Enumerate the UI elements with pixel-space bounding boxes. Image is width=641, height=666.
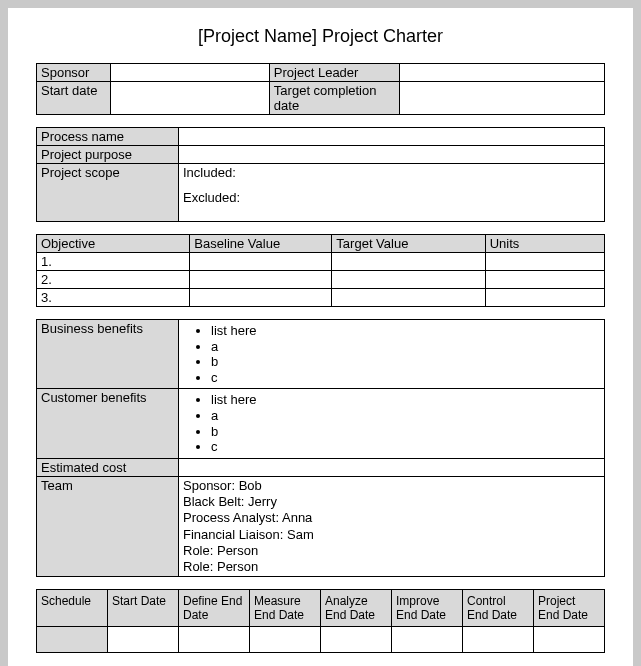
schedule-cell[interactable] [463, 627, 534, 653]
baseline-col: Baseline Value [190, 235, 332, 253]
project-scope-label: Project scope [37, 164, 179, 222]
schedule-cell[interactable] [250, 627, 321, 653]
units-col: Units [485, 235, 604, 253]
target-col: Target Value [332, 235, 485, 253]
schedule-col: Project End Date [534, 590, 605, 627]
objective-units[interactable] [485, 289, 604, 307]
schedule-cell[interactable] [37, 627, 108, 653]
schedule-col: Improve End Date [392, 590, 463, 627]
process-name-label: Process name [37, 128, 179, 146]
estimated-cost-label: Estimated cost [37, 458, 179, 476]
objective-target[interactable] [332, 289, 485, 307]
team-value[interactable]: Sponsor: Bob Black Belt: Jerry Process A… [179, 476, 605, 577]
scope-included-label: Included: [183, 165, 600, 180]
team-line: Role: Person [183, 543, 600, 559]
objective-row: 2. [37, 271, 605, 289]
list-item: list here [211, 392, 600, 408]
objective-baseline[interactable] [190, 253, 332, 271]
sponsor-value[interactable] [110, 64, 269, 82]
schedule-table: Schedule Start Date Define End Date Meas… [36, 589, 605, 653]
list-item: b [211, 424, 600, 440]
schedule-col: Start Date [108, 590, 179, 627]
list-item: list here [211, 323, 600, 339]
list-item: c [211, 439, 600, 455]
target-date-value[interactable] [400, 82, 605, 115]
team-line: Black Belt: Jerry [183, 494, 600, 510]
customer-benefits-label: Customer benefits [37, 389, 179, 458]
list-item: c [211, 370, 600, 386]
estimated-cost-value[interactable] [179, 458, 605, 476]
customer-benefits-value[interactable]: list here a b c [179, 389, 605, 458]
team-line: Role: Person [183, 559, 600, 575]
start-date-label: Start date [37, 82, 111, 115]
business-benefits-label: Business benefits [37, 320, 179, 389]
objective-target[interactable] [332, 253, 485, 271]
process-table: Process name Project purpose Project sco… [36, 127, 605, 222]
business-benefits-list: list here a b c [183, 323, 600, 385]
objective-target[interactable] [332, 271, 485, 289]
objective-units[interactable] [485, 271, 604, 289]
objectives-table: Objective Baseline Value Target Value Un… [36, 234, 605, 307]
objective-units[interactable] [485, 253, 604, 271]
process-name-value[interactable] [179, 128, 605, 146]
team-line: Process Analyst: Anna [183, 510, 600, 526]
objective-baseline[interactable] [190, 289, 332, 307]
header-table: Sponsor Project Leader Start date Target… [36, 63, 605, 115]
project-purpose-label: Project purpose [37, 146, 179, 164]
schedule-cell[interactable] [179, 627, 250, 653]
project-leader-value[interactable] [400, 64, 605, 82]
schedule-col: Measure End Date [250, 590, 321, 627]
objective-num[interactable]: 1. [37, 253, 190, 271]
target-date-label: Target completion date [269, 82, 400, 115]
team-label: Team [37, 476, 179, 577]
objective-row: 3. [37, 289, 605, 307]
schedule-cell[interactable] [392, 627, 463, 653]
team-line: Sponsor: Bob [183, 478, 600, 494]
schedule-col: Define End Date [179, 590, 250, 627]
start-date-value[interactable] [110, 82, 269, 115]
objective-baseline[interactable] [190, 271, 332, 289]
business-benefits-value[interactable]: list here a b c [179, 320, 605, 389]
list-item: a [211, 339, 600, 355]
customer-benefits-list: list here a b c [183, 392, 600, 454]
schedule-cell[interactable] [534, 627, 605, 653]
objective-num[interactable]: 3. [37, 289, 190, 307]
project-leader-label: Project Leader [269, 64, 400, 82]
list-item: a [211, 408, 600, 424]
benefits-table: Business benefits list here a b c Custom… [36, 319, 605, 577]
schedule-col: Schedule [37, 590, 108, 627]
project-purpose-value[interactable] [179, 146, 605, 164]
objective-num[interactable]: 2. [37, 271, 190, 289]
project-scope-value[interactable]: Included: Excluded: [179, 164, 605, 222]
scope-excluded-label: Excluded: [183, 190, 600, 205]
page-title: [Project Name] Project Charter [36, 26, 605, 47]
objective-col: Objective [37, 235, 190, 253]
schedule-col: Control End Date [463, 590, 534, 627]
schedule-cell[interactable] [108, 627, 179, 653]
sponsor-label: Sponsor [37, 64, 111, 82]
list-item: b [211, 354, 600, 370]
schedule-cell[interactable] [321, 627, 392, 653]
team-line: Financial Liaison: Sam [183, 527, 600, 543]
schedule-col: Analyze End Date [321, 590, 392, 627]
objective-row: 1. [37, 253, 605, 271]
